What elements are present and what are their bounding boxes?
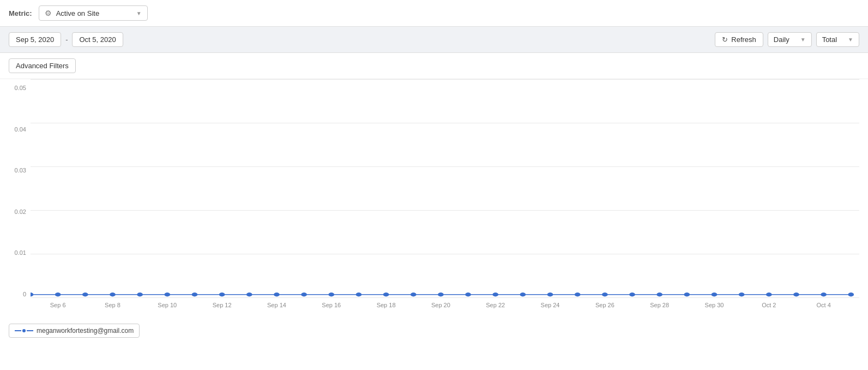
legend-area: meganworkfortesting@gmail.com bbox=[0, 319, 868, 344]
chevron-down-icon: ▼ bbox=[800, 37, 806, 43]
x-axis: Sep 6 Sep 8 Sep 10 Sep 12 Sep 14 Sep 16 … bbox=[31, 297, 859, 319]
legend-dash bbox=[15, 330, 21, 331]
legend-item[interactable]: meganworkfortesting@gmail.com bbox=[9, 324, 140, 338]
metric-value: Active on Site bbox=[56, 9, 100, 17]
svg-point-15 bbox=[438, 293, 444, 296]
chart-inner: Sep 6 Sep 8 Sep 10 Sep 12 Sep 14 Sep 16 … bbox=[31, 79, 859, 319]
x-label: Sep 24 bbox=[541, 302, 560, 308]
refresh-button[interactable]: ↻ Refresh bbox=[715, 32, 763, 47]
svg-point-6 bbox=[192, 293, 198, 296]
chart-svg bbox=[31, 79, 859, 297]
x-label: Oct 4 bbox=[816, 302, 830, 308]
svg-point-10 bbox=[301, 293, 307, 296]
x-label: Sep 22 bbox=[486, 302, 505, 308]
svg-point-11 bbox=[328, 293, 334, 296]
legend-line-indicator bbox=[15, 329, 33, 332]
svg-point-2 bbox=[82, 293, 88, 296]
svg-point-18 bbox=[520, 293, 526, 296]
frequency-dropdown[interactable]: Daily ▼ bbox=[768, 32, 812, 47]
chart-container: 0.05 0.04 0.03 0.02 0.01 0 bbox=[9, 79, 859, 319]
chart-area: 0.05 0.04 0.03 0.02 0.01 0 bbox=[0, 79, 868, 319]
svg-point-30 bbox=[848, 293, 854, 296]
y-axis: 0.05 0.04 0.03 0.02 0.01 0 bbox=[9, 79, 31, 319]
y-label: 0.04 bbox=[9, 126, 26, 133]
x-label: Sep 30 bbox=[705, 302, 724, 308]
y-label: 0.02 bbox=[9, 208, 26, 215]
svg-point-13 bbox=[383, 293, 389, 296]
svg-point-5 bbox=[164, 293, 170, 296]
y-label: 0.01 bbox=[9, 249, 26, 256]
date-start-button[interactable]: Sep 5, 2020 bbox=[9, 32, 61, 47]
svg-point-22 bbox=[629, 293, 635, 296]
metric-dropdown[interactable]: ⚙ Active on Site ▼ bbox=[39, 5, 148, 21]
date-end-button[interactable]: Oct 5, 2020 bbox=[72, 32, 123, 47]
metric-label: Metric: bbox=[9, 9, 32, 17]
svg-point-12 bbox=[356, 293, 362, 296]
filters-bar: Advanced Filters bbox=[0, 53, 868, 79]
svg-point-17 bbox=[492, 293, 498, 296]
y-label: 0 bbox=[9, 291, 26, 297]
legend-dash bbox=[27, 330, 33, 331]
x-label: Oct 2 bbox=[762, 302, 776, 308]
frequency-value: Daily bbox=[774, 35, 789, 44]
date-range: Sep 5, 2020 - Oct 5, 2020 bbox=[9, 32, 123, 47]
x-label: Sep 28 bbox=[650, 302, 669, 308]
aggregation-value: Total bbox=[822, 35, 837, 44]
x-label: Sep 26 bbox=[595, 302, 614, 308]
refresh-icon: ↻ bbox=[722, 35, 728, 44]
svg-point-24 bbox=[684, 293, 690, 296]
svg-point-19 bbox=[547, 293, 553, 296]
svg-point-26 bbox=[739, 293, 745, 296]
svg-point-3 bbox=[110, 293, 116, 296]
svg-point-1 bbox=[55, 293, 61, 296]
x-label: Sep 10 bbox=[158, 302, 177, 308]
svg-point-9 bbox=[274, 293, 280, 296]
svg-point-25 bbox=[712, 293, 718, 296]
svg-point-7 bbox=[219, 293, 225, 296]
svg-point-16 bbox=[465, 293, 471, 296]
date-bar: Sep 5, 2020 - Oct 5, 2020 ↻ Refresh Dail… bbox=[0, 27, 868, 53]
x-label: Sep 6 bbox=[50, 302, 66, 308]
gear-icon: ⚙ bbox=[45, 9, 52, 17]
date-controls: ↻ Refresh Daily ▼ Total ▼ bbox=[715, 32, 859, 47]
refresh-label: Refresh bbox=[731, 35, 756, 44]
x-label: Sep 12 bbox=[213, 302, 232, 308]
svg-point-27 bbox=[766, 293, 772, 296]
date-separator: - bbox=[65, 35, 68, 44]
legend-dot bbox=[22, 329, 26, 332]
svg-point-8 bbox=[246, 293, 252, 296]
svg-point-0 bbox=[31, 293, 33, 296]
y-label: 0.05 bbox=[9, 85, 26, 91]
y-label: 0.03 bbox=[9, 167, 26, 174]
x-label: Sep 16 bbox=[322, 302, 341, 308]
x-label: Sep 14 bbox=[267, 302, 286, 308]
chevron-down-icon: ▼ bbox=[848, 37, 853, 43]
chevron-down-icon: ▼ bbox=[136, 10, 142, 16]
aggregation-dropdown[interactable]: Total ▼ bbox=[816, 32, 859, 47]
legend-label: meganworkfortesting@gmail.com bbox=[37, 327, 134, 335]
x-label: Sep 20 bbox=[431, 302, 450, 308]
svg-point-14 bbox=[411, 293, 417, 296]
advanced-filters-button[interactable]: Advanced Filters bbox=[9, 58, 76, 73]
svg-point-29 bbox=[821, 293, 827, 296]
svg-point-20 bbox=[575, 293, 581, 296]
svg-point-4 bbox=[137, 293, 143, 296]
x-label: Sep 18 bbox=[377, 302, 396, 308]
x-label: Sep 8 bbox=[105, 302, 120, 308]
top-bar: Metric: ⚙ Active on Site ▼ bbox=[0, 0, 868, 27]
svg-point-28 bbox=[793, 293, 799, 296]
svg-point-21 bbox=[602, 293, 608, 296]
svg-point-23 bbox=[656, 293, 662, 296]
